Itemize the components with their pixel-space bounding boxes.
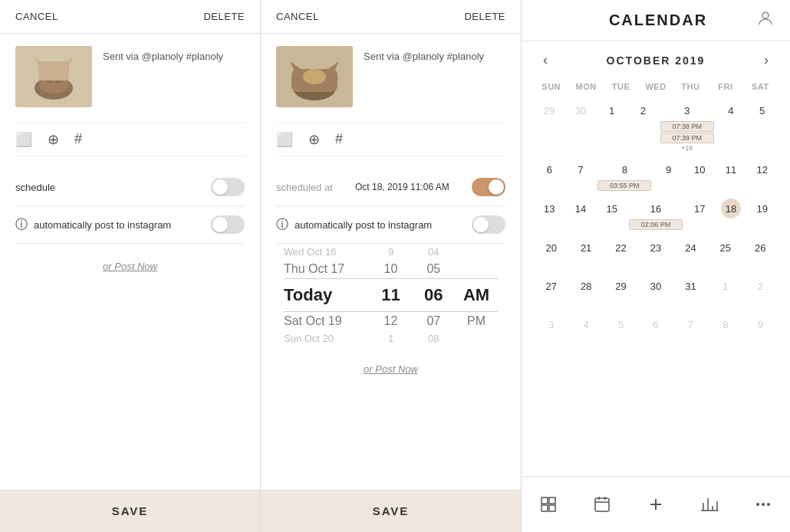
calendar-day[interactable]: 14 [565, 195, 597, 233]
panel2-instagram-row: ⓘ automatically post to instagram [276, 217, 432, 233]
calendar-day[interactable]: 4 [716, 97, 747, 155]
calendar-day[interactable]: 7 [565, 156, 597, 194]
calendar-day[interactable]: 21 [568, 235, 603, 271]
calendar-day[interactable]: 307:38 PM07:39 PM+16 [659, 97, 716, 155]
panel2-header: CANCEL DELETE [261, 0, 521, 34]
calendar-day[interactable]: 30 [638, 273, 673, 310]
calendar-week-3: 20212223242526 [534, 235, 778, 271]
panel1-delete-button[interactable]: DELETE [203, 11, 245, 22]
day-number: 22 [611, 238, 631, 258]
calendar-week-0: 293012307:38 PM07:39 PM+1645 [534, 97, 778, 155]
analytics-nav-button[interactable] [694, 489, 725, 520]
svg-point-26 [756, 503, 759, 506]
calendar-day[interactable]: 5 [604, 311, 638, 348]
crop-icon[interactable]: ⬜ [15, 131, 32, 148]
hashtag-icon[interactable]: # [74, 131, 82, 148]
day-of-week-tue: TUE [604, 79, 638, 94]
panel1-post-now: or Post Now [15, 244, 245, 288]
calendar-day[interactable]: 5 [746, 97, 778, 155]
panel1-autopost-toggle[interactable] [211, 215, 245, 234]
panel1-caption: Sent via @planoly #planoly [103, 46, 223, 64]
calendar-day[interactable]: 1 [708, 273, 742, 310]
calendar-event[interactable]: 07:39 PM [660, 133, 714, 143]
calendar-day[interactable]: 12 [746, 156, 778, 194]
calendar-day[interactable]: 27 [534, 273, 568, 310]
panel2-cancel-button[interactable]: CANCEL [276, 11, 319, 22]
calendar-day[interactable]: 1602:06 PM [627, 195, 684, 233]
calendar-event[interactable]: 02:06 PM [629, 219, 683, 230]
panel2-save-bar[interactable]: SAVE [261, 490, 521, 532]
calendar-day[interactable]: 15 [596, 195, 627, 233]
panel2-add-media-icon[interactable]: ⊕ [308, 131, 320, 148]
calendar-day[interactable]: 10 [684, 156, 716, 194]
panel1-autopost-row: ⓘ automatically post to instagram [15, 206, 245, 244]
more-nav-button[interactable] [748, 489, 778, 520]
calendar-day[interactable]: 18 [716, 195, 747, 233]
calendar-day[interactable]: 31 [673, 273, 708, 310]
calendar-week-5: 3456789 [534, 311, 778, 348]
add-post-button[interactable] [640, 489, 671, 520]
calendar-day[interactable]: 1 [596, 97, 627, 155]
panel1-save-bar[interactable]: SAVE [0, 490, 260, 532]
day-number: 31 [680, 276, 700, 296]
calendar-day[interactable]: 29 [534, 97, 565, 155]
day-number: 29 [539, 100, 559, 120]
calendar-day[interactable]: 22 [604, 235, 638, 271]
day-number: 20 [541, 238, 561, 258]
calendar-day[interactable]: 20 [534, 235, 568, 271]
calendar-day[interactable]: 26 [743, 235, 778, 271]
panel2-post-now-link[interactable]: or Post Now [364, 363, 418, 375]
prev-month-button[interactable]: ‹ [537, 49, 554, 71]
calendar-day[interactable]: 29 [604, 273, 638, 310]
add-media-icon[interactable]: ⊕ [48, 131, 59, 148]
calendar-day[interactable]: 23 [638, 235, 673, 271]
day-number: 18 [721, 199, 741, 218]
next-month-button[interactable]: › [758, 49, 775, 71]
calendar-day[interactable]: 8 [708, 311, 742, 348]
calendar-day[interactable]: 3 [534, 311, 568, 348]
time-picker-row: Wed Oct 16904 [284, 244, 498, 260]
day-number: 2 [633, 100, 653, 120]
calendar-event[interactable]: 03:55 PM [597, 180, 651, 191]
calendar-day[interactable]: 30 [565, 97, 597, 155]
calendar-day[interactable]: 17 [684, 195, 716, 233]
day-number: 6 [539, 159, 559, 179]
svg-rect-12 [549, 498, 555, 504]
calendar-day[interactable]: 9 [653, 156, 684, 194]
panel1-schedule-toggle[interactable] [211, 178, 245, 196]
calendar-day[interactable]: 803:55 PM [596, 156, 653, 194]
panel2-crop-icon[interactable]: ⬜ [276, 131, 293, 148]
panel1-cancel-button[interactable]: CANCEL [15, 11, 58, 22]
profile-icon[interactable] [756, 9, 775, 31]
grid-nav-button[interactable] [533, 489, 564, 520]
calendar-event[interactable]: 07:38 PM [660, 121, 714, 132]
panel2-schedule-toggle[interactable] [472, 178, 505, 196]
day-number: 24 [680, 238, 700, 258]
calendar-day[interactable]: 9 [743, 311, 778, 348]
calendar-day[interactable]: 2 [627, 97, 659, 155]
panel1-header: CANCEL DELETE [0, 0, 260, 34]
panel2-post-image [276, 46, 353, 107]
calendar-day[interactable]: 19 [746, 195, 778, 233]
panel1-post-now-link[interactable]: or Post Now [103, 261, 157, 272]
svg-point-28 [767, 503, 770, 506]
calendar-day[interactable]: 6 [534, 156, 565, 194]
calendar-day[interactable]: 6 [638, 311, 673, 348]
panel2-hashtag-icon[interactable]: # [335, 131, 343, 148]
panel2-autopost-toggle[interactable] [472, 215, 505, 234]
calendar-day[interactable]: 13 [534, 195, 565, 233]
calendar-day[interactable]: 2 [743, 273, 778, 310]
calendar-day[interactable]: 24 [673, 235, 708, 271]
time-picker-minute: 06 [412, 285, 455, 305]
calendar-event[interactable]: +16 [681, 144, 693, 152]
day-number: 27 [541, 276, 561, 296]
calendar-day[interactable]: 25 [708, 235, 742, 271]
calendar-day[interactable]: 4 [568, 311, 603, 348]
calendar-day[interactable]: 11 [716, 156, 747, 194]
svg-point-27 [762, 503, 765, 506]
day-number: 7 [571, 159, 591, 179]
calendar-day[interactable]: 7 [673, 311, 708, 348]
calendar-day[interactable]: 28 [568, 273, 603, 310]
panel2-delete-button[interactable]: DELETE [464, 11, 505, 22]
calendar-nav-button[interactable] [587, 489, 617, 520]
